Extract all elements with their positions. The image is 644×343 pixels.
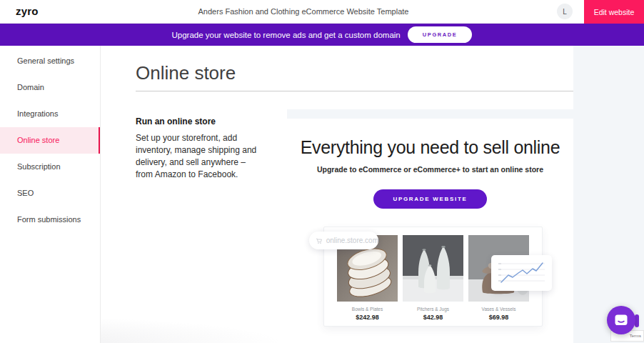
- shopping-cart-icon: [316, 237, 323, 245]
- user-avatar[interactable]: L: [557, 4, 573, 19]
- product-name: Bowls & Plates: [337, 307, 398, 312]
- upgrade-banner-text: Upgrade your website to remove ads and g…: [172, 31, 401, 39]
- analytics-chart-card: [491, 255, 552, 291]
- chat-bubble-icon: [614, 314, 628, 327]
- store-url-pill: online.store.com: [309, 232, 378, 249]
- page-title: Online store: [136, 62, 236, 84]
- product-name: Pitchers & Jugs: [403, 307, 463, 312]
- ecommerce-promo-card: Everything you need to sell online Upgra…: [287, 119, 573, 332]
- upgrade-website-button[interactable]: UPGRADE WEBSITE: [373, 189, 486, 209]
- product-price: $242.98: [337, 314, 398, 321]
- product-card-pitchers: Pitchers & Jugs $42.98: [403, 235, 463, 321]
- promo-top-band: [287, 109, 573, 119]
- title-divider: [136, 91, 573, 91]
- product-name: Vases & Vessels: [468, 307, 529, 312]
- sidebar-item-domain[interactable]: Domain: [0, 74, 100, 101]
- sidebar-item-seo[interactable]: SEO: [0, 180, 100, 207]
- sidebar-item-integrations[interactable]: Integrations: [0, 101, 100, 127]
- promo-heading: Everything you need to sell online: [287, 137, 573, 158]
- site-template-title: Anders Fashion and Clothing eCommerce We…: [0, 7, 607, 16]
- upgrade-banner: Upgrade your website to remove ads and g…: [0, 24, 644, 46]
- line-chart-illustration: [495, 259, 548, 287]
- terms-link[interactable]: Terms: [630, 334, 641, 338]
- right-gutter-panel: [573, 46, 644, 343]
- promo-subtext: Upgrade to eCommerce or eCommerce+ to st…: [287, 165, 573, 174]
- product-image-pitchers: [403, 235, 463, 302]
- sidebar-item-form-submissions[interactable]: Form submissions: [0, 207, 100, 233]
- product-price: $69.98: [468, 314, 529, 321]
- settings-sidebar: General settings Domain Integrations Onl…: [0, 46, 101, 343]
- upgrade-banner-button[interactable]: UPGRADE: [408, 26, 473, 43]
- sidebar-item-subscription[interactable]: Subscription: [0, 154, 100, 180]
- section-heading: Run an online store: [136, 116, 216, 126]
- sidebar-item-general-settings[interactable]: General settings: [0, 48, 100, 74]
- edit-website-button[interactable]: Edit website: [584, 0, 644, 24]
- store-url-text: online.store.com: [326, 237, 378, 244]
- top-header: zyro Anders Fashion and Clothing eCommer…: [0, 0, 644, 24]
- section-description: Set up your storefront, add inventory, m…: [136, 132, 258, 181]
- chat-launcher-button[interactable]: [607, 306, 635, 334]
- product-price: $42.98: [403, 314, 463, 321]
- sidebar-item-online-store[interactable]: Online store: [0, 127, 100, 154]
